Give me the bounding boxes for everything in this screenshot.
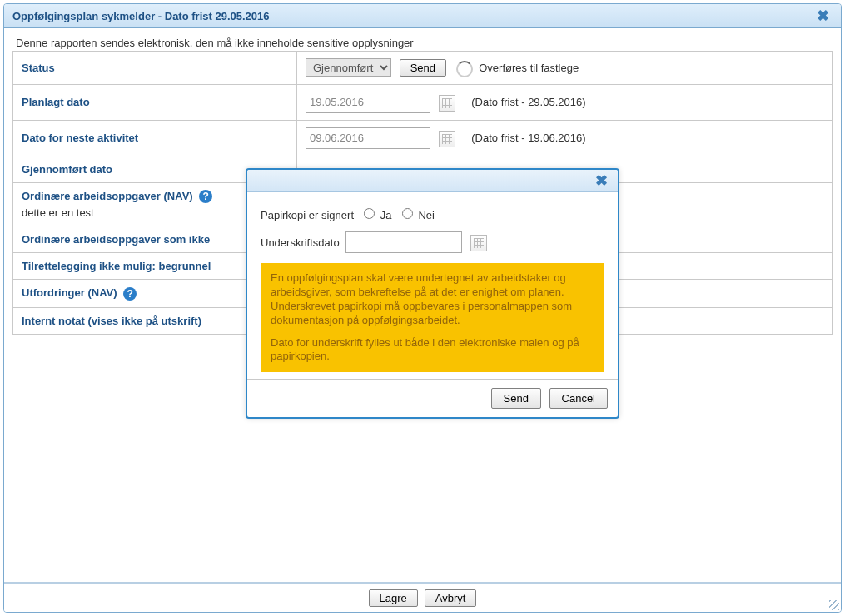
no-label: Nei bbox=[418, 209, 435, 221]
sensitive-notice: Denne rapporten sendes elektronisk, den … bbox=[16, 37, 833, 49]
info-box: En oppfølgingsplan skal være undertegnet… bbox=[261, 263, 604, 372]
signed-yes-radio[interactable] bbox=[364, 208, 375, 219]
signature-modal: ✖ Papirkopi er signert Ja Nei Underskrif… bbox=[246, 168, 619, 419]
resize-handle-icon[interactable] bbox=[829, 600, 839, 610]
status-label: Status bbox=[13, 52, 297, 85]
modal-cancel-button[interactable]: Cancel bbox=[549, 388, 608, 409]
yes-label: Ja bbox=[380, 209, 392, 221]
next-activity-input[interactable] bbox=[306, 127, 430, 149]
spinner-icon bbox=[456, 61, 473, 77]
modal-titlebar: ✖ bbox=[247, 170, 618, 192]
ordinary-tasks-label: Ordinære arbeidsoppgaver (NAV) bbox=[22, 190, 193, 202]
calendar-icon[interactable] bbox=[439, 131, 455, 147]
dialog-window: Oppfølgingsplan sykmelder - Dato frist 2… bbox=[3, 3, 842, 613]
info-paragraph-1: En oppfølgingsplan skal være undertegnet… bbox=[271, 271, 594, 328]
planned-date-input[interactable] bbox=[306, 92, 430, 113]
next-activity-label: Dato for neste aktivitet bbox=[13, 120, 297, 156]
modal-footer: Send Cancel bbox=[247, 379, 618, 417]
planned-date-label: Planlagt dato bbox=[13, 84, 297, 120]
planned-date-hint: (Dato frist - 29.05.2016) bbox=[471, 96, 585, 108]
signed-no-radio[interactable] bbox=[402, 208, 413, 219]
signature-date-label: Underskriftsdato bbox=[261, 236, 340, 249]
help-icon[interactable]: ? bbox=[199, 190, 212, 203]
send-button[interactable]: Send bbox=[400, 59, 446, 77]
window-title: Oppfølgingsplan sykmelder - Dato frist 2… bbox=[12, 10, 269, 22]
status-cell: Gjennomført Send Overføres til fastlege bbox=[297, 52, 833, 85]
info-paragraph-2: Dato for underskrift fylles ut både i de… bbox=[271, 336, 594, 365]
titlebar: Oppfølgingsplan sykmelder - Dato frist 2… bbox=[4, 4, 841, 28]
calendar-icon[interactable] bbox=[439, 95, 455, 112]
help-icon[interactable]: ? bbox=[123, 287, 137, 301]
save-button[interactable]: Lagre bbox=[369, 589, 418, 607]
modal-send-button[interactable]: Send bbox=[491, 388, 541, 409]
status-select[interactable]: Gjennomført bbox=[306, 58, 391, 77]
cancel-button[interactable]: Avbryt bbox=[425, 589, 477, 607]
next-activity-hint: (Dato frist - 19.06.2016) bbox=[471, 132, 585, 144]
footer: Lagre Avbryt bbox=[4, 582, 841, 612]
paper-signed-label: Papirkopi er signert bbox=[261, 209, 354, 221]
transfer-text: Overføres til fastlege bbox=[479, 62, 579, 74]
utfordringer-label: Utfordringer (NAV) bbox=[22, 286, 117, 299]
signature-date-input[interactable] bbox=[345, 231, 462, 253]
modal-close-icon[interactable]: ✖ bbox=[592, 171, 611, 190]
calendar-icon[interactable] bbox=[470, 235, 487, 251]
close-icon[interactable]: ✖ bbox=[813, 7, 833, 25]
